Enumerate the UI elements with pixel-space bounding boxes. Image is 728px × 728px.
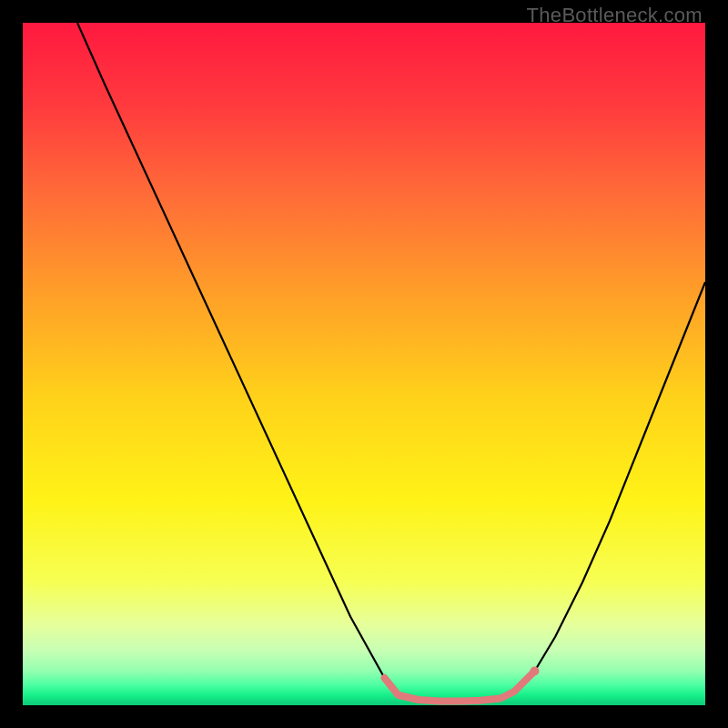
chart-container: TheBottleneck.com (0, 0, 728, 728)
chart-background (23, 23, 705, 705)
chart-plot (23, 23, 705, 705)
marker-plateau-end-dot (531, 667, 540, 676)
